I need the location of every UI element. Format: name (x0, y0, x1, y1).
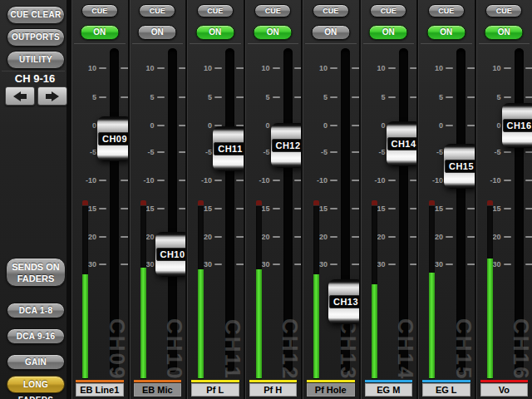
bank-next-button[interactable] (37, 86, 67, 106)
scale-tick (388, 208, 396, 209)
cue-button[interactable]: CUE (485, 4, 522, 17)
on-button[interactable]: ON (138, 25, 177, 40)
channel-name[interactable]: Pf L (191, 383, 239, 397)
long-faders-button[interactable]: LONG FADERS (7, 376, 65, 393)
channel-watermark: CH09 (104, 318, 130, 380)
scale-label: -5 (73, 148, 96, 156)
arrow-left-icon (21, 94, 27, 99)
scale-label: -5 (131, 148, 155, 156)
scale-label: -10 (478, 176, 501, 185)
bank-prev-button[interactable] (5, 86, 35, 106)
cue-button[interactable]: CUE (139, 4, 175, 17)
strip-divider (479, 43, 530, 44)
channel-color-bar (249, 380, 298, 382)
scale-label: -5 (362, 148, 386, 156)
on-button[interactable]: ON (426, 25, 466, 40)
channel-color-bar (134, 380, 182, 382)
scale-label: 10 (247, 64, 270, 72)
scale-label: 0 (478, 121, 501, 130)
on-button[interactable]: ON (80, 25, 119, 40)
scale-tick (388, 96, 396, 98)
scale-label: 0 (73, 121, 96, 130)
scale-tick (273, 208, 280, 209)
fader-cap-label: CH14 (387, 137, 421, 150)
sends-on-faders-label-line1: SENDS ON (12, 262, 59, 272)
meter-fill (256, 269, 262, 378)
on-button[interactable]: ON (311, 25, 350, 40)
scale-tick (214, 208, 222, 209)
scale-tick (388, 180, 396, 181)
scale-label: -5 (189, 148, 212, 156)
scale-label: 5 (131, 93, 155, 101)
scale-label: -10 (131, 176, 155, 185)
utility-button[interactable]: UTILITY (7, 51, 65, 69)
fader-cap-label: CH09 (98, 132, 131, 145)
gain-button[interactable]: GAIN (7, 354, 65, 370)
outports-button[interactable]: OUTPORTS (7, 28, 65, 47)
channel-watermark: CH16 (508, 318, 532, 380)
scale-tick (99, 67, 106, 69)
meter-fill (82, 274, 88, 378)
scale-tick (157, 208, 165, 209)
strip-divider (190, 43, 241, 44)
scale-tick (99, 180, 106, 181)
meter-fill (487, 259, 493, 378)
on-button[interactable]: ON (485, 25, 524, 40)
channel-name[interactable]: EG L (422, 383, 470, 397)
strip-divider (421, 43, 472, 44)
scale-tick (330, 96, 337, 98)
scale-label: -10 (304, 176, 328, 185)
scale-tick (525, 208, 532, 209)
scale-label: 0 (362, 121, 386, 130)
scale-tick (504, 180, 511, 181)
channel-strip: CUE ON 1050-5-10-15-20-30 CH14 CH14 EG M (359, 0, 417, 399)
on-button[interactable]: ON (195, 25, 234, 40)
strip-divider (363, 43, 415, 44)
strip-divider (74, 43, 126, 44)
channel-name[interactable]: EB Mic (134, 383, 182, 397)
cue-button[interactable]: CUE (370, 4, 406, 17)
on-button[interactable]: ON (254, 25, 293, 40)
channel-name[interactable]: EB Line1 (76, 383, 124, 397)
scale-label: -10 (247, 176, 270, 185)
meter-peak-led (313, 200, 319, 205)
fader-cap-label: CH15 (445, 160, 478, 173)
scale-tick (525, 151, 532, 153)
strip-divider (248, 43, 299, 44)
scale-label: 0 (304, 121, 328, 130)
channel-name[interactable]: Pf Hole (307, 383, 355, 397)
cue-clear-button[interactable]: CUE CLEAR (7, 6, 65, 24)
on-button[interactable]: ON (369, 25, 408, 40)
dca-9-16-button[interactable]: DCA 9-16 (7, 328, 65, 344)
cue-button[interactable]: CUE (428, 4, 465, 17)
scale-tick (504, 67, 511, 69)
channel-name[interactable]: EG M (365, 383, 413, 397)
scale-tick (504, 96, 511, 98)
channel-strip: CUE ON 1050-5-10-15-20-30 CH10 CH10 EB M… (128, 0, 186, 399)
scale-tick (99, 236, 106, 238)
scale-label: -10 (73, 176, 96, 185)
dca-1-8-button[interactable]: DCA 1-8 (7, 303, 65, 318)
cue-button[interactable]: CUE (313, 4, 349, 17)
meter-fill (313, 274, 319, 378)
cue-button[interactable]: CUE (81, 4, 118, 17)
sends-on-faders-label-line2: FADERS (17, 273, 55, 283)
channel-watermark: CH12 (277, 318, 303, 380)
scale-label: 10 (131, 64, 155, 72)
channel-name[interactable]: Pf H (249, 383, 298, 397)
channel-name[interactable]: Vo (480, 383, 529, 397)
cue-button[interactable]: CUE (197, 4, 234, 17)
meter-peak-led (429, 200, 435, 205)
scale-tick (525, 264, 532, 265)
scale-label: 5 (478, 93, 501, 101)
fader-cap-label: CH11 (214, 142, 247, 155)
arrow-right-icon (46, 94, 52, 99)
sends-on-faders-button[interactable]: SENDS ON FADERS (6, 258, 66, 287)
scale-tick (273, 96, 280, 98)
scale-label: -5 (304, 148, 328, 156)
fader-cap[interactable]: CH16 (502, 103, 532, 148)
scale-tick (157, 96, 165, 98)
scale-tick (157, 151, 165, 153)
cue-button[interactable]: CUE (254, 4, 291, 17)
scale-label: 10 (420, 64, 443, 72)
